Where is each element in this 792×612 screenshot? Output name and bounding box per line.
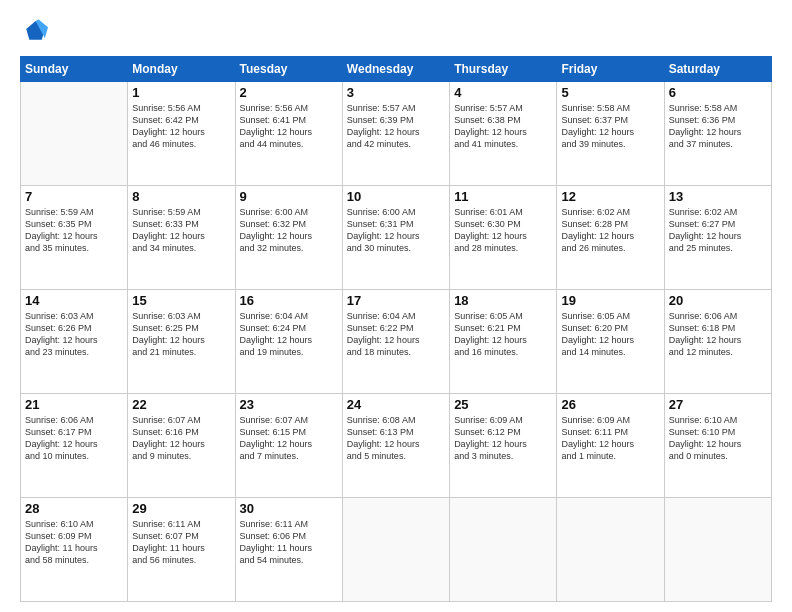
day-number: 28 xyxy=(25,501,123,516)
calendar-cell: 13Sunrise: 6:02 AM Sunset: 6:27 PM Dayli… xyxy=(664,186,771,290)
calendar-cell xyxy=(664,498,771,602)
day-number: 22 xyxy=(132,397,230,412)
calendar-cell: 20Sunrise: 6:06 AM Sunset: 6:18 PM Dayli… xyxy=(664,290,771,394)
calendar-cell: 1Sunrise: 5:56 AM Sunset: 6:42 PM Daylig… xyxy=(128,82,235,186)
logo-icon xyxy=(20,18,48,46)
day-info: Sunrise: 5:58 AM Sunset: 6:37 PM Dayligh… xyxy=(561,102,659,151)
day-info: Sunrise: 6:02 AM Sunset: 6:27 PM Dayligh… xyxy=(669,206,767,255)
day-number: 12 xyxy=(561,189,659,204)
calendar-week-row: 28Sunrise: 6:10 AM Sunset: 6:09 PM Dayli… xyxy=(21,498,772,602)
day-info: Sunrise: 6:08 AM Sunset: 6:13 PM Dayligh… xyxy=(347,414,445,463)
day-info: Sunrise: 6:06 AM Sunset: 6:17 PM Dayligh… xyxy=(25,414,123,463)
calendar-table: SundayMondayTuesdayWednesdayThursdayFrid… xyxy=(20,56,772,602)
day-number: 3 xyxy=(347,85,445,100)
day-number: 8 xyxy=(132,189,230,204)
calendar-day-header: Friday xyxy=(557,57,664,82)
day-info: Sunrise: 5:57 AM Sunset: 6:39 PM Dayligh… xyxy=(347,102,445,151)
day-number: 16 xyxy=(240,293,338,308)
day-number: 30 xyxy=(240,501,338,516)
day-number: 4 xyxy=(454,85,552,100)
calendar-cell: 11Sunrise: 6:01 AM Sunset: 6:30 PM Dayli… xyxy=(450,186,557,290)
day-number: 14 xyxy=(25,293,123,308)
day-info: Sunrise: 6:05 AM Sunset: 6:20 PM Dayligh… xyxy=(561,310,659,359)
day-number: 10 xyxy=(347,189,445,204)
calendar-cell: 4Sunrise: 5:57 AM Sunset: 6:38 PM Daylig… xyxy=(450,82,557,186)
calendar-day-header: Thursday xyxy=(450,57,557,82)
calendar-week-row: 1Sunrise: 5:56 AM Sunset: 6:42 PM Daylig… xyxy=(21,82,772,186)
day-number: 1 xyxy=(132,85,230,100)
day-number: 11 xyxy=(454,189,552,204)
day-number: 6 xyxy=(669,85,767,100)
calendar-day-header: Monday xyxy=(128,57,235,82)
day-info: Sunrise: 5:56 AM Sunset: 6:41 PM Dayligh… xyxy=(240,102,338,151)
day-info: Sunrise: 6:03 AM Sunset: 6:25 PM Dayligh… xyxy=(132,310,230,359)
day-info: Sunrise: 6:04 AM Sunset: 6:22 PM Dayligh… xyxy=(347,310,445,359)
day-info: Sunrise: 5:58 AM Sunset: 6:36 PM Dayligh… xyxy=(669,102,767,151)
calendar-cell: 9Sunrise: 6:00 AM Sunset: 6:32 PM Daylig… xyxy=(235,186,342,290)
calendar-cell: 30Sunrise: 6:11 AM Sunset: 6:06 PM Dayli… xyxy=(235,498,342,602)
calendar-cell: 28Sunrise: 6:10 AM Sunset: 6:09 PM Dayli… xyxy=(21,498,128,602)
calendar-cell: 27Sunrise: 6:10 AM Sunset: 6:10 PM Dayli… xyxy=(664,394,771,498)
calendar-cell: 10Sunrise: 6:00 AM Sunset: 6:31 PM Dayli… xyxy=(342,186,449,290)
calendar-week-row: 7Sunrise: 5:59 AM Sunset: 6:35 PM Daylig… xyxy=(21,186,772,290)
calendar-cell: 19Sunrise: 6:05 AM Sunset: 6:20 PM Dayli… xyxy=(557,290,664,394)
day-info: Sunrise: 5:56 AM Sunset: 6:42 PM Dayligh… xyxy=(132,102,230,151)
calendar-cell: 5Sunrise: 5:58 AM Sunset: 6:37 PM Daylig… xyxy=(557,82,664,186)
calendar-cell: 24Sunrise: 6:08 AM Sunset: 6:13 PM Dayli… xyxy=(342,394,449,498)
day-info: Sunrise: 6:01 AM Sunset: 6:30 PM Dayligh… xyxy=(454,206,552,255)
day-number: 27 xyxy=(669,397,767,412)
calendar-cell: 12Sunrise: 6:02 AM Sunset: 6:28 PM Dayli… xyxy=(557,186,664,290)
calendar-day-header: Tuesday xyxy=(235,57,342,82)
day-info: Sunrise: 6:00 AM Sunset: 6:32 PM Dayligh… xyxy=(240,206,338,255)
day-info: Sunrise: 6:09 AM Sunset: 6:11 PM Dayligh… xyxy=(561,414,659,463)
calendar-cell: 23Sunrise: 6:07 AM Sunset: 6:15 PM Dayli… xyxy=(235,394,342,498)
day-info: Sunrise: 5:59 AM Sunset: 6:33 PM Dayligh… xyxy=(132,206,230,255)
day-info: Sunrise: 6:11 AM Sunset: 6:07 PM Dayligh… xyxy=(132,518,230,567)
day-info: Sunrise: 6:04 AM Sunset: 6:24 PM Dayligh… xyxy=(240,310,338,359)
day-info: Sunrise: 5:57 AM Sunset: 6:38 PM Dayligh… xyxy=(454,102,552,151)
calendar-cell: 3Sunrise: 5:57 AM Sunset: 6:39 PM Daylig… xyxy=(342,82,449,186)
day-number: 25 xyxy=(454,397,552,412)
day-number: 7 xyxy=(25,189,123,204)
calendar-cell: 7Sunrise: 5:59 AM Sunset: 6:35 PM Daylig… xyxy=(21,186,128,290)
calendar-cell: 29Sunrise: 6:11 AM Sunset: 6:07 PM Dayli… xyxy=(128,498,235,602)
calendar-cell: 16Sunrise: 6:04 AM Sunset: 6:24 PM Dayli… xyxy=(235,290,342,394)
calendar-header-row: SundayMondayTuesdayWednesdayThursdayFrid… xyxy=(21,57,772,82)
calendar-cell xyxy=(557,498,664,602)
day-number: 17 xyxy=(347,293,445,308)
day-number: 21 xyxy=(25,397,123,412)
day-number: 29 xyxy=(132,501,230,516)
day-number: 23 xyxy=(240,397,338,412)
calendar-cell: 6Sunrise: 5:58 AM Sunset: 6:36 PM Daylig… xyxy=(664,82,771,186)
calendar-cell: 18Sunrise: 6:05 AM Sunset: 6:21 PM Dayli… xyxy=(450,290,557,394)
day-number: 5 xyxy=(561,85,659,100)
day-info: Sunrise: 6:10 AM Sunset: 6:09 PM Dayligh… xyxy=(25,518,123,567)
day-info: Sunrise: 6:10 AM Sunset: 6:10 PM Dayligh… xyxy=(669,414,767,463)
day-number: 15 xyxy=(132,293,230,308)
day-number: 20 xyxy=(669,293,767,308)
calendar-cell: 25Sunrise: 6:09 AM Sunset: 6:12 PM Dayli… xyxy=(450,394,557,498)
calendar-day-header: Sunday xyxy=(21,57,128,82)
day-number: 9 xyxy=(240,189,338,204)
day-info: Sunrise: 5:59 AM Sunset: 6:35 PM Dayligh… xyxy=(25,206,123,255)
calendar-cell: 14Sunrise: 6:03 AM Sunset: 6:26 PM Dayli… xyxy=(21,290,128,394)
calendar-cell xyxy=(450,498,557,602)
calendar-day-header: Saturday xyxy=(664,57,771,82)
calendar-cell xyxy=(21,82,128,186)
page: SundayMondayTuesdayWednesdayThursdayFrid… xyxy=(0,0,792,612)
day-number: 13 xyxy=(669,189,767,204)
calendar-cell: 17Sunrise: 6:04 AM Sunset: 6:22 PM Dayli… xyxy=(342,290,449,394)
calendar-week-row: 14Sunrise: 6:03 AM Sunset: 6:26 PM Dayli… xyxy=(21,290,772,394)
day-info: Sunrise: 6:00 AM Sunset: 6:31 PM Dayligh… xyxy=(347,206,445,255)
day-info: Sunrise: 6:07 AM Sunset: 6:16 PM Dayligh… xyxy=(132,414,230,463)
day-info: Sunrise: 6:06 AM Sunset: 6:18 PM Dayligh… xyxy=(669,310,767,359)
calendar-cell: 2Sunrise: 5:56 AM Sunset: 6:41 PM Daylig… xyxy=(235,82,342,186)
day-number: 2 xyxy=(240,85,338,100)
calendar-cell: 21Sunrise: 6:06 AM Sunset: 6:17 PM Dayli… xyxy=(21,394,128,498)
logo xyxy=(20,18,52,46)
day-info: Sunrise: 6:02 AM Sunset: 6:28 PM Dayligh… xyxy=(561,206,659,255)
day-number: 18 xyxy=(454,293,552,308)
day-info: Sunrise: 6:05 AM Sunset: 6:21 PM Dayligh… xyxy=(454,310,552,359)
calendar-cell: 15Sunrise: 6:03 AM Sunset: 6:25 PM Dayli… xyxy=(128,290,235,394)
header xyxy=(20,18,772,46)
